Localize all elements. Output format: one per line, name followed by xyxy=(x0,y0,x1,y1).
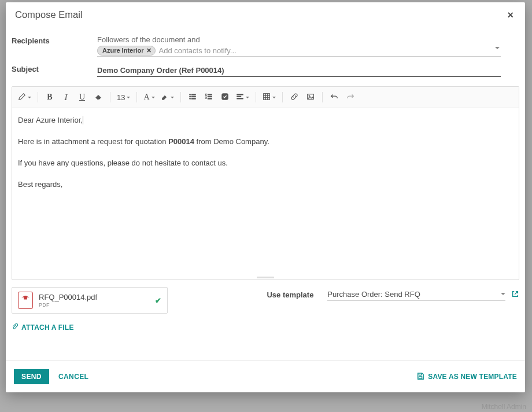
bold-button[interactable]: B xyxy=(42,90,57,105)
modal-title: Compose Email xyxy=(15,9,82,20)
link-button[interactable] xyxy=(287,90,302,105)
subject-input[interactable] xyxy=(97,64,501,77)
svg-point-0 xyxy=(189,94,190,95)
chevron-down-icon xyxy=(272,97,276,98)
attachment-uploaded-icon: ✔ xyxy=(155,296,161,305)
svg-point-1 xyxy=(189,95,190,97)
toolbar-separator xyxy=(282,92,283,102)
numbered-list-icon: 12 xyxy=(205,93,213,102)
svg-rect-22 xyxy=(419,373,422,375)
compose-email-modal: Compose Email × Recipients Followers of … xyxy=(6,2,525,392)
attachment-card[interactable]: RFQ_P00014.pdf PDF ✔ xyxy=(12,287,168,314)
style-dropdown-button[interactable] xyxy=(16,90,34,105)
align-dropdown[interactable] xyxy=(234,90,252,105)
recipient-tag[interactable]: Azure Interior ✕ xyxy=(97,46,156,56)
toolbar-separator xyxy=(38,92,38,102)
underline-button[interactable]: U xyxy=(75,90,90,105)
text-cursor xyxy=(83,116,83,124)
image-button[interactable] xyxy=(303,90,318,105)
recipient-tag-label: Azure Interior xyxy=(102,46,144,55)
undo-button[interactable] xyxy=(327,90,342,105)
body-signoff: Best regards, xyxy=(18,179,513,190)
font-size-dropdown[interactable]: 13 xyxy=(114,90,132,105)
table-dropdown[interactable] xyxy=(260,90,278,105)
font-color-dropdown[interactable]: A xyxy=(141,90,157,105)
table-icon xyxy=(263,93,271,102)
svg-rect-23 xyxy=(419,376,422,378)
align-icon xyxy=(236,93,244,102)
template-selected-value: Purchase Order: Send RFQ xyxy=(327,290,420,299)
checklist-icon xyxy=(221,93,229,102)
toolbar-separator xyxy=(256,92,256,102)
svg-point-21 xyxy=(309,95,310,96)
attach-file-label: ATTACH A FILE xyxy=(21,323,74,332)
eraser-icon xyxy=(94,93,102,102)
save-icon xyxy=(416,372,424,382)
svg-point-2 xyxy=(189,98,190,99)
highlight-color-dropdown[interactable] xyxy=(158,90,176,105)
attachment-type: PDF xyxy=(39,302,149,308)
chevron-down-icon xyxy=(501,293,505,295)
image-icon xyxy=(306,93,315,102)
body-line1-pre: Here is in attachment a request for quot… xyxy=(18,137,168,146)
chevron-down-icon xyxy=(127,97,130,98)
body-greeting: Dear Azure Interior, xyxy=(18,116,83,124)
highlight-icon xyxy=(161,93,169,102)
send-button[interactable]: SEND xyxy=(14,369,49,384)
modal-body: Recipients Followers of the document and… xyxy=(6,27,525,339)
svg-text:2: 2 xyxy=(205,95,206,98)
subject-row: Subject xyxy=(6,60,525,80)
svg-rect-9 xyxy=(208,96,212,97)
body-line2: If you have any questions, please do not… xyxy=(18,158,513,169)
font-color-icon: A xyxy=(143,93,149,102)
link-icon xyxy=(290,93,298,102)
body-line1-post: from Demo Company. xyxy=(194,137,269,146)
attach-file-button[interactable]: ATTACH A FILE xyxy=(12,323,74,332)
toolbar-separator xyxy=(110,92,110,102)
save-template-label: SAVE AS NEW TEMPLATE xyxy=(428,373,517,381)
clear-format-button[interactable] xyxy=(91,90,106,105)
toolbar-separator xyxy=(180,92,181,102)
chevron-down-icon xyxy=(28,97,31,98)
svg-rect-12 xyxy=(237,94,243,94)
italic-button[interactable]: I xyxy=(58,90,73,105)
template-select[interactable]: Purchase Order: Send RFQ xyxy=(327,288,505,301)
recipients-dropdown-icon[interactable] xyxy=(495,47,500,49)
pencil-icon xyxy=(18,93,26,102)
svg-rect-14 xyxy=(237,98,243,98)
toolbar-separator xyxy=(136,92,137,102)
chevron-down-icon xyxy=(171,97,174,98)
recipients-row: Recipients Followers of the document and… xyxy=(6,32,525,60)
editor-resize-handle[interactable] xyxy=(12,275,519,279)
font-size-value: 13 xyxy=(117,93,125,102)
followers-text: Followers of the document and xyxy=(97,35,501,44)
chevron-down-icon xyxy=(152,97,155,98)
below-editor: RFQ_P00014.pdf PDF ✔ ATTACH A FILE Use t… xyxy=(6,280,525,332)
redo-button[interactable] xyxy=(343,90,358,105)
template-label: Use template xyxy=(267,288,313,299)
paperclip-icon xyxy=(12,323,19,332)
checklist-button[interactable] xyxy=(217,90,232,105)
body-line1-bold: P00014 xyxy=(168,137,194,146)
editor-toolbar: B I U 13 A xyxy=(12,87,519,108)
editor-body[interactable]: Dear Azure Interior, Here is in attachme… xyxy=(12,108,519,275)
subject-label: Subject xyxy=(6,64,97,77)
editor: B I U 13 A xyxy=(12,86,519,280)
numbered-list-button[interactable]: 12 xyxy=(201,90,216,105)
save-template-button[interactable]: SAVE AS NEW TEMPLATE xyxy=(416,372,517,382)
bullet-list-icon xyxy=(189,93,197,102)
bullet-list-button[interactable] xyxy=(185,90,200,105)
recipient-tag-remove-icon[interactable]: ✕ xyxy=(146,46,152,55)
template-external-link[interactable] xyxy=(511,290,519,300)
toolbar-separator xyxy=(322,92,323,102)
recipients-placeholder: Add contacts to notify... xyxy=(159,46,501,55)
close-button[interactable]: × xyxy=(505,10,516,20)
cancel-button[interactable]: CANCEL xyxy=(53,369,94,384)
recipients-label: Recipients xyxy=(6,35,97,57)
chevron-down-icon xyxy=(246,97,249,98)
svg-rect-15 xyxy=(263,93,269,100)
recipients-input[interactable]: Azure Interior ✕ Add contacts to notify.… xyxy=(97,46,501,57)
pdf-icon xyxy=(18,292,33,309)
svg-rect-8 xyxy=(208,94,212,94)
attachment-name: RFQ_P00014.pdf xyxy=(39,293,149,301)
